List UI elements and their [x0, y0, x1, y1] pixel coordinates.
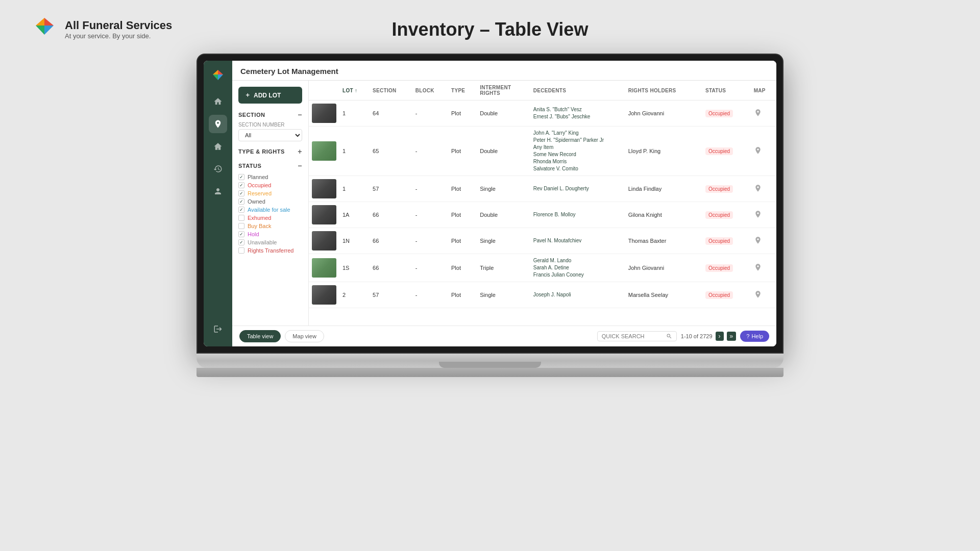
- status-checkbox[interactable]: [238, 215, 244, 221]
- brand-name: All Funeral Services: [65, 19, 172, 32]
- map-pin-icon[interactable]: [754, 263, 762, 271]
- status-label: Reserved: [248, 190, 272, 196]
- status-checkbox[interactable]: [238, 198, 244, 205]
- status-filter-item[interactable]: Exhumed: [238, 214, 302, 222]
- status-checkbox[interactable]: [238, 190, 244, 196]
- lot-image: [312, 179, 336, 198]
- status-badge: Occupied: [705, 185, 733, 193]
- lot-dash: -: [412, 101, 448, 127]
- th-type[interactable]: TYPE: [448, 81, 477, 101]
- table-area: LOT ↑ SECTION BLOCK TYPE INTERMENTRIGHTS…: [309, 81, 776, 325]
- table-row[interactable]: 1 65 - Plot Double John A. "Larry" KingP…: [309, 127, 776, 176]
- th-decedents[interactable]: DECEDENTS: [530, 81, 625, 101]
- page-next-button[interactable]: ›: [716, 332, 724, 341]
- status-badge: Occupied: [705, 147, 733, 155]
- lot-image: [312, 285, 336, 305]
- status-checkbox[interactable]: [238, 231, 244, 237]
- help-button[interactable]: ? Help: [740, 331, 769, 342]
- status-checkbox[interactable]: [238, 174, 244, 180]
- lot-status: Occupied: [702, 176, 751, 202]
- table-row[interactable]: 1N 66 - Plot Single Pavel N. Moutafchiev…: [309, 228, 776, 254]
- lot-rights-holder: John Giovanni: [625, 101, 702, 127]
- sidebar-item-history[interactable]: [209, 160, 227, 178]
- th-lot[interactable]: LOT ↑: [339, 81, 370, 101]
- lot-dash: -: [412, 228, 448, 254]
- search-icon: [666, 333, 672, 339]
- section-number-label: SECTION NUMBER: [238, 122, 302, 128]
- sidebar-item-building[interactable]: [209, 137, 227, 156]
- status-label: Available for sale: [248, 207, 290, 213]
- quick-search-input[interactable]: [602, 333, 663, 339]
- lot-map[interactable]: [751, 176, 776, 202]
- status-filter-item[interactable]: Hold: [238, 230, 302, 238]
- status-checkbox[interactable]: [238, 207, 244, 213]
- status-filter-item[interactable]: Planned: [238, 173, 302, 181]
- map-pin-icon[interactable]: [754, 184, 762, 192]
- map-pin-icon[interactable]: [754, 210, 762, 218]
- status-filter-toggle[interactable]: −: [298, 162, 302, 170]
- sidebar-item-home[interactable]: [209, 92, 227, 111]
- lot-image-cell: [309, 202, 339, 228]
- map-pin-icon[interactable]: [754, 236, 762, 244]
- logo-text: All Funeral Services At your service. By…: [65, 19, 172, 40]
- table-row[interactable]: 1A 66 - Plot Double Florence B. Molloy G…: [309, 202, 776, 228]
- map-pin-icon[interactable]: [754, 146, 762, 155]
- lot-section: 1S: [339, 254, 370, 282]
- status-filter-item[interactable]: Buy Back: [238, 222, 302, 230]
- lot-dash: -: [412, 127, 448, 176]
- lot-map[interactable]: [751, 254, 776, 282]
- add-lot-label: ADD LOT: [254, 92, 281, 99]
- type-rights-toggle[interactable]: +: [298, 147, 302, 156]
- brand-tagline: At your service. By your side.: [65, 32, 172, 40]
- section-select[interactable]: All: [238, 129, 302, 141]
- status-filter-item[interactable]: Unavailable: [238, 238, 302, 246]
- table-row[interactable]: 1 64 - Plot Double Anita S. "Butch" Vesz…: [309, 101, 776, 127]
- status-checkbox[interactable]: [238, 223, 244, 229]
- sidebar-item-person[interactable]: [209, 182, 227, 201]
- lot-rights: Single: [477, 282, 530, 308]
- lot-rights: Single: [477, 228, 530, 254]
- content-area: ＋ ADD LOT SECTION − SECTION NUMBER All: [232, 81, 776, 325]
- lot-map[interactable]: [751, 228, 776, 254]
- decedent-name: Ernest J. "Bubs" Jeschke: [533, 113, 622, 120]
- lot-map[interactable]: [751, 202, 776, 228]
- map-pin-icon[interactable]: [754, 109, 762, 117]
- add-lot-button[interactable]: ＋ ADD LOT: [238, 87, 302, 104]
- table-view-button[interactable]: Table view: [239, 330, 281, 342]
- th-section[interactable]: SECTION: [370, 81, 412, 101]
- status-badge: Occupied: [705, 110, 733, 117]
- table-row[interactable]: 1 57 - Plot Single Rev Daniel L. Dougher…: [309, 176, 776, 202]
- lot-map[interactable]: [751, 127, 776, 176]
- map-view-button[interactable]: Map view: [285, 330, 324, 342]
- sidebar-item-logout[interactable]: [209, 320, 227, 338]
- type-rights-header: TYPE & RIGHTS +: [238, 147, 302, 156]
- lot-map[interactable]: [751, 282, 776, 308]
- th-rights[interactable]: INTERMENTRIGHTS: [477, 81, 530, 101]
- th-status[interactable]: STATUS: [702, 81, 751, 101]
- help-icon: ?: [746, 333, 749, 339]
- th-block[interactable]: BLOCK: [412, 81, 448, 101]
- status-checkbox[interactable]: [238, 182, 244, 188]
- status-filter-item[interactable]: Rights Transferred: [238, 246, 302, 255]
- status-filter-item[interactable]: Available for sale: [238, 206, 302, 214]
- decedent-name: Peter H. "Spiderman" Parker Jr: [533, 137, 622, 144]
- status-filter-item[interactable]: Owned: [238, 197, 302, 206]
- status-label: Exhumed: [248, 215, 271, 221]
- table-row[interactable]: 2 57 - Plot Single Joseph J. Napoli Mars…: [309, 282, 776, 308]
- lot-decedents: Pavel N. Moutafchiev: [530, 228, 625, 254]
- section-filter-toggle[interactable]: −: [298, 111, 302, 119]
- status-filter-item[interactable]: Reserved: [238, 189, 302, 197]
- table-row[interactable]: 1S 66 - Plot Triple Gerald M. LandoSarah…: [309, 254, 776, 282]
- page-last-button[interactable]: »: [727, 332, 737, 341]
- decedent-name: Rhonda Morris: [533, 158, 622, 165]
- status-badge: Occupied: [705, 237, 733, 245]
- th-rights-holders[interactable]: RIGHTS HOLDERS: [625, 81, 702, 101]
- lot-map[interactable]: [751, 101, 776, 127]
- sidebar-item-cemetery[interactable]: [209, 115, 227, 133]
- map-pin-icon[interactable]: [754, 290, 762, 298]
- status-filter-item[interactable]: Occupied: [238, 181, 302, 189]
- status-checkbox[interactable]: [238, 239, 244, 245]
- lot-image: [312, 104, 336, 123]
- status-checkbox[interactable]: [238, 247, 244, 254]
- lot-rights: Double: [477, 101, 530, 127]
